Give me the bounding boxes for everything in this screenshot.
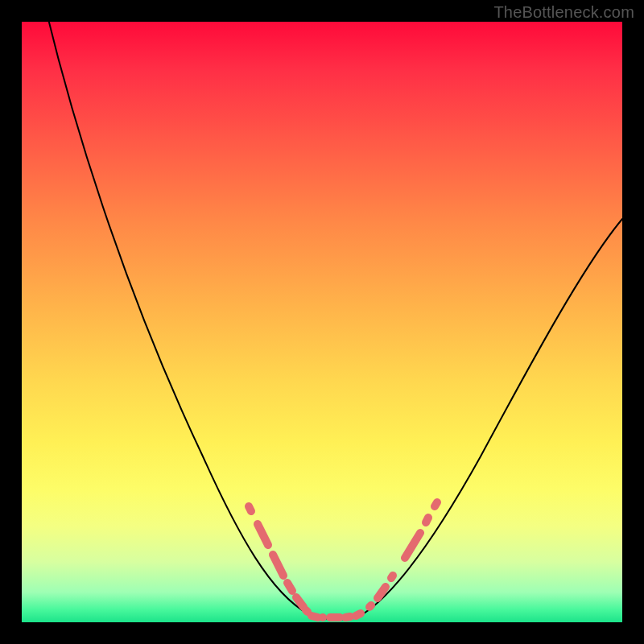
curve-svg — [22, 22, 622, 622]
threshold-dots — [249, 502, 437, 617]
bottleneck-curve — [46, 10, 622, 620]
attribution-text: TheBottleneck.com — [493, 3, 634, 22]
chart-plot-area — [22, 22, 622, 622]
